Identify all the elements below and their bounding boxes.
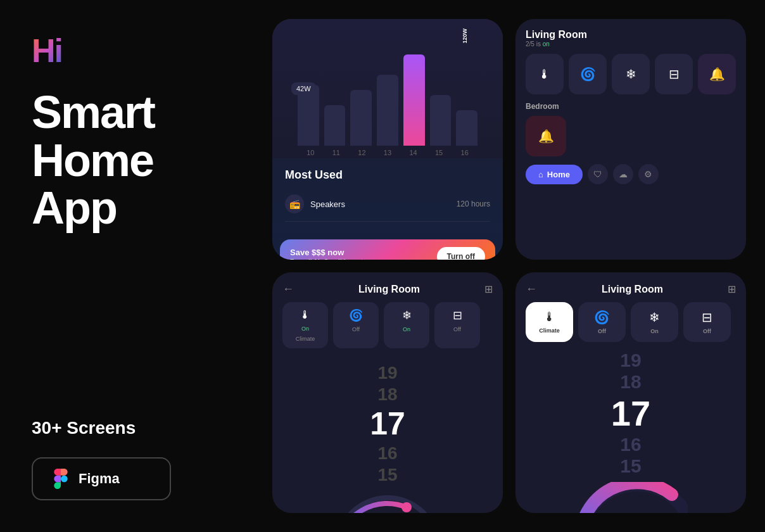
lr-thermometer-icon: 🌡: [300, 308, 311, 322]
left-bottom: 30+ Screens Figma: [32, 418, 234, 500]
dimmer-icon: ⊟: [669, 66, 680, 82]
temperature-display: 19 18 17 16 15: [272, 356, 503, 513]
lr4-title: Living Room: [602, 284, 663, 295]
extra-card[interactable]: 🔔: [698, 54, 736, 94]
temp-numbers: 19 18 17 16 15: [370, 362, 405, 485]
device-hours: 120 hours: [457, 200, 490, 208]
bedroom-devices: 🔔: [515, 116, 746, 164]
grid-icon[interactable]: ⊞: [484, 283, 493, 295]
bar-3: [350, 90, 372, 146]
dimmer-card[interactable]: ⊟: [655, 54, 693, 94]
lr4-dim-label: Off: [703, 328, 711, 334]
turn-off-button[interactable]: Turn off: [437, 247, 485, 260]
lr-fan-status: Off: [352, 326, 360, 332]
bar-2: [324, 105, 346, 146]
lr4-temp-area: 19 18 17 16 15: [515, 350, 746, 513]
living-room-info: Living Room 2/5 is on: [526, 29, 587, 48]
chart-watt-label: 42W: [291, 82, 316, 95]
extra-icon: 🔔: [709, 66, 725, 82]
lr-fan-card[interactable]: 🌀 Off: [333, 302, 379, 348]
lr4-climate-card[interactable]: 🌡 Climate: [526, 302, 573, 342]
figma-logo-icon: [51, 469, 71, 489]
device-info: 📻 Speakers: [285, 194, 345, 213]
chart-peak-label: 120W: [462, 28, 468, 44]
chart-area: 42W 120W 10 11 12 13 14 15 16: [272, 19, 503, 158]
home-controls-screen: Living Room 2/5 is on 🌡 🌀 ❄ ⊟ 🔔: [515, 19, 746, 260]
most-used-section: Most Used 📻 Speakers 120 hours: [272, 158, 503, 234]
lr-ac-card[interactable]: ❄ On: [384, 302, 429, 348]
lr-ac-icon: ❄: [402, 308, 412, 322]
bedroom-device-card[interactable]: 🔔: [526, 116, 566, 156]
thermometer-card[interactable]: 🌡: [526, 54, 564, 94]
title-line2: Home: [32, 135, 153, 186]
lr4-arc-container: [574, 482, 688, 513]
lr-dim-card[interactable]: ⊟ Off: [434, 302, 480, 348]
title-line1: Smart: [32, 87, 155, 137]
lr4-thermo-icon: 🌡: [543, 310, 556, 324]
lr-title: Living Room: [358, 284, 420, 295]
figma-label: Figma: [79, 471, 120, 487]
status-text: 2/5 is on: [526, 41, 587, 48]
figma-button[interactable]: Figma: [32, 457, 171, 500]
save-subtitle: Turn off Air Conditioner to save money.: [290, 258, 403, 260]
lr-climate-label: Climate: [296, 336, 315, 342]
lr4-back-icon[interactable]: ←: [526, 282, 537, 296]
thermometer-icon: 🌡: [538, 67, 551, 82]
home-icon: ⌂: [538, 170, 543, 179]
lr-devices: 🌡 On Climate 🌀 Off ❄ On ⊟ Off: [272, 302, 503, 356]
ac-icon: ❄: [626, 66, 636, 82]
shield-nav-icon[interactable]: 🛡: [588, 164, 608, 184]
lr4-ac-label: On: [650, 328, 659, 334]
lr-header: ← Living Room ⊞: [272, 272, 503, 302]
home-button[interactable]: ⌂ Home: [526, 165, 583, 184]
device-name: Speakers: [310, 200, 345, 209]
lr-ac-status: On: [403, 326, 410, 332]
lr-dim-icon: ⊟: [453, 308, 462, 322]
lr4-fan-card[interactable]: 🌀 Off: [578, 302, 626, 342]
speaker-icon: 📻: [285, 194, 304, 213]
lr4-fan-label: Off: [598, 328, 606, 334]
lr4-dim-icon: ⊟: [702, 310, 712, 325]
lr4-climate-label: Climate: [539, 327, 560, 334]
logo-text: Hi: [32, 32, 62, 70]
home-nav: ⌂ Home 🛡 ☁ ⚙: [515, 164, 746, 194]
ac-card[interactable]: ❄: [612, 54, 650, 94]
device-row: 📻 Speakers 120 hours: [285, 189, 490, 218]
save-banner: Save $$$ now Turn off Air Conditioner to…: [280, 239, 495, 260]
svg-point-0: [401, 502, 412, 512]
screens-number: 30+: [32, 418, 62, 438]
bar-5-active: [403, 54, 425, 146]
bar-7: [456, 110, 477, 146]
lr4-main-temp: 17: [611, 393, 650, 434]
most-used-title: Most Used: [285, 168, 490, 182]
lr4-temps: 19 18 17 16 15: [611, 350, 650, 477]
lr4-ac-icon: ❄: [649, 310, 660, 325]
cloud-nav-icon[interactable]: ☁: [613, 164, 633, 184]
devices-grid: 🌡 🌀 ❄ ⊟ 🔔: [515, 54, 746, 102]
lr4-ac-card[interactable]: ❄ On: [631, 302, 678, 342]
lr4-dim-card[interactable]: ⊟ Off: [683, 302, 731, 342]
title-line3: App: [32, 182, 117, 233]
lr-status-on: On: [301, 326, 309, 332]
chart-x-labels: 10 11 12 13 14 15 16: [285, 149, 490, 156]
fan-icon: 🌀: [580, 66, 596, 82]
lr4-devices: 🌡 Climate 🌀 Off ❄ On ⊟ Off: [515, 302, 746, 350]
living-room-detail-screen: ← Living Room ⊞ 🌡 On Climate 🌀 Off ❄ On …: [272, 272, 503, 513]
room-header: Living Room 2/5 is on: [515, 19, 746, 54]
fan-card[interactable]: 🌀: [569, 54, 607, 94]
save-title: Save $$$ now: [290, 248, 403, 257]
chart-bars: [285, 44, 490, 146]
left-panel: Hi Smart Home App 30+ Screens Figma: [0, 0, 266, 532]
lr4-grid-icon[interactable]: ⊞: [728, 283, 736, 295]
settings-nav-icon[interactable]: ⚙: [638, 164, 659, 184]
back-arrow-icon[interactable]: ←: [282, 282, 294, 296]
logo: Hi: [32, 32, 234, 70]
lr-fan-icon: 🌀: [349, 308, 363, 322]
statistics-screen: 42W 120W 10 11 12 13 14 15 16: [272, 19, 503, 260]
lr-climate-card[interactable]: 🌡 On Climate: [282, 302, 328, 348]
living-room-title: Living Room: [526, 29, 587, 41]
lr4-arc-svg: [574, 482, 688, 513]
bar-4: [377, 75, 398, 146]
screens-label: Screens: [62, 418, 136, 438]
lr4-header: ← Living Room ⊞: [515, 272, 746, 302]
